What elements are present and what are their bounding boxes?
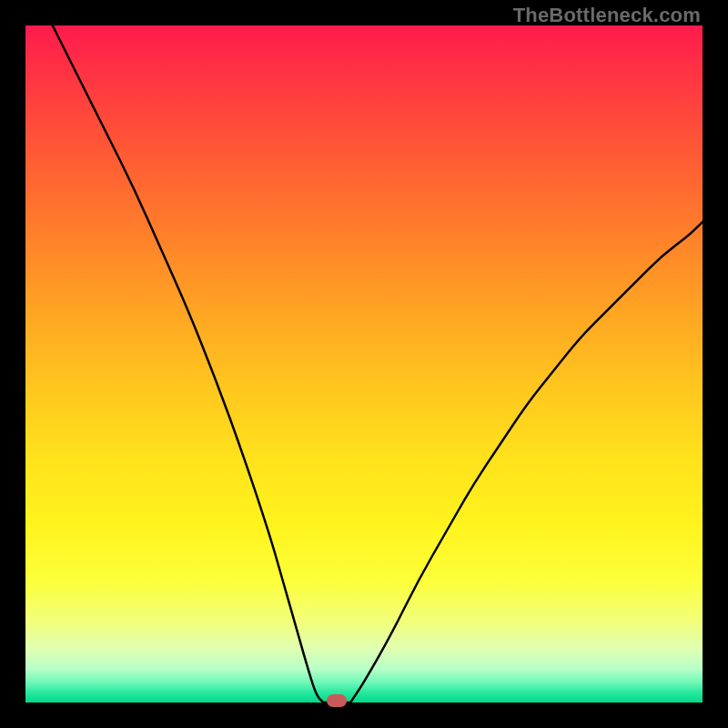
- optimal-marker: [327, 694, 347, 707]
- bottleneck-curve: [25, 25, 703, 703]
- watermark-text: TheBottleneck.com: [513, 4, 701, 27]
- chart-frame: TheBottleneck.com: [0, 0, 728, 728]
- plot-area: [25, 25, 703, 703]
